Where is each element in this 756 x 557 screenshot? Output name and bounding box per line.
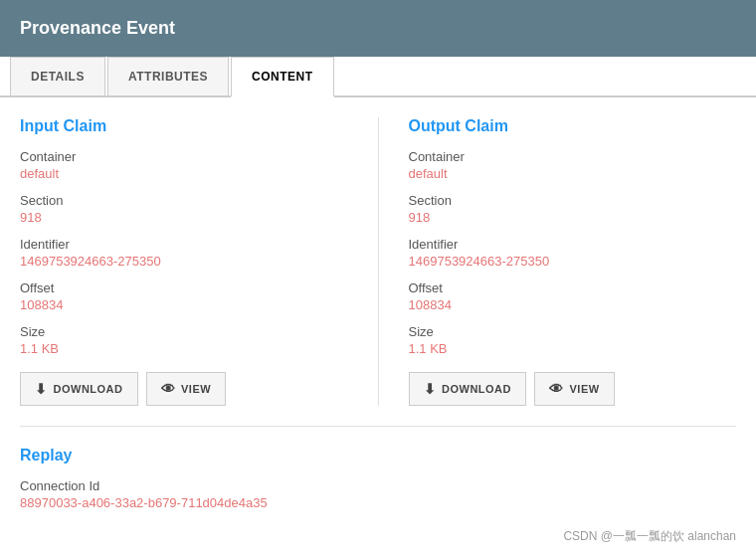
output-claim-title: Output Claim	[409, 117, 737, 135]
tab-attributes[interactable]: ATTRIBUTES	[107, 57, 229, 95]
output-view-button[interactable]: 👁 VIEW	[534, 372, 615, 406]
input-view-button[interactable]: 👁 VIEW	[146, 372, 227, 406]
header-title: Provenance Event	[20, 18, 175, 38]
eye-icon: 👁	[161, 381, 176, 397]
input-claim-title: Input Claim	[20, 117, 348, 135]
input-size-label: Size	[20, 324, 348, 339]
output-section-label: Section	[409, 193, 737, 208]
output-btn-row: ⬇ DOWNLOAD 👁 VIEW	[409, 372, 737, 406]
input-btn-row: ⬇ DOWNLOAD 👁 VIEW	[20, 372, 348, 406]
header: Provenance Event	[0, 0, 756, 57]
output-container-group: Container default	[409, 149, 737, 181]
input-download-button[interactable]: ⬇ DOWNLOAD	[20, 372, 138, 406]
input-identifier-label: Identifier	[20, 237, 348, 252]
replay-connection-id-label: Connection Id	[20, 478, 736, 493]
download-icon: ⬇	[35, 381, 48, 397]
replay-section: Replay Connection Id 88970033-a406-33a2-…	[20, 447, 736, 510]
input-section-group: Section 918	[20, 193, 348, 225]
output-identifier-label: Identifier	[409, 237, 737, 252]
input-container-label: Container	[20, 149, 348, 164]
tabs-bar: DETAILS ATTRIBUTES CONTENT	[0, 57, 756, 97]
input-section-label: Section	[20, 193, 348, 208]
output-size-label: Size	[409, 324, 737, 339]
input-size-value: 1.1 KB	[20, 341, 348, 356]
output-container-value: default	[409, 166, 737, 181]
output-offset-label: Offset	[409, 280, 737, 295]
output-section-value: 918	[409, 210, 737, 225]
tab-content[interactable]: CONTENT	[231, 57, 334, 97]
input-container-value: default	[20, 166, 348, 181]
input-offset-group: Offset 108834	[20, 280, 348, 312]
watermark: CSDN @一瓢一瓢的饮 alanchan	[563, 528, 736, 545]
input-offset-label: Offset	[20, 280, 348, 295]
content-area: Input Claim Container default Section 91…	[0, 97, 756, 542]
input-claim-col: Input Claim Container default Section 91…	[20, 117, 348, 406]
section-divider	[20, 426, 736, 427]
output-size-group: Size 1.1 KB	[409, 324, 737, 356]
input-container-group: Container default	[20, 149, 348, 181]
output-container-label: Container	[409, 149, 737, 164]
input-offset-value: 108834	[20, 297, 348, 312]
output-claim-col: Output Claim Container default Section 9…	[409, 117, 737, 406]
output-offset-group: Offset 108834	[409, 280, 737, 312]
output-section-group: Section 918	[409, 193, 737, 225]
output-offset-value: 108834	[409, 297, 737, 312]
output-identifier-value: 1469753924663-275350	[409, 254, 737, 269]
download-icon-out: ⬇	[424, 381, 437, 397]
output-size-value: 1.1 KB	[409, 341, 737, 356]
two-col: Input Claim Container default Section 91…	[20, 117, 736, 406]
output-download-button[interactable]: ⬇ DOWNLOAD	[409, 372, 527, 406]
input-section-value: 918	[20, 210, 348, 225]
input-identifier-group: Identifier 1469753924663-275350	[20, 237, 348, 269]
input-size-group: Size 1.1 KB	[20, 324, 348, 356]
tab-details[interactable]: DETAILS	[10, 57, 105, 95]
replay-connection-id-value: 88970033-a406-33a2-b679-711d04de4a35	[20, 495, 736, 510]
output-identifier-group: Identifier 1469753924663-275350	[409, 237, 737, 269]
eye-icon-out: 👁	[549, 381, 564, 397]
replay-title: Replay	[20, 447, 736, 464]
input-identifier-value: 1469753924663-275350	[20, 254, 348, 269]
replay-connection-id-group: Connection Id 88970033-a406-33a2-b679-71…	[20, 478, 736, 510]
